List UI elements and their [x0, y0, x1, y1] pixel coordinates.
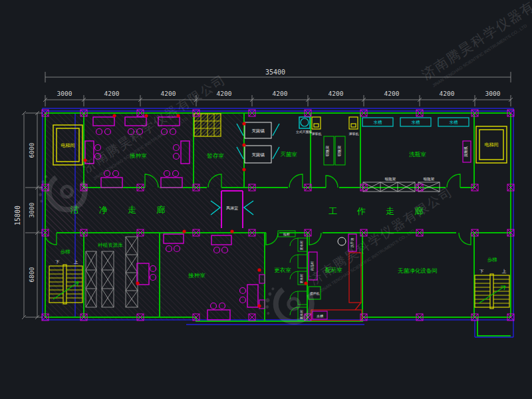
dim-seg: 4200 [384, 90, 400, 97]
room-label-changing: 更衣室 [274, 267, 291, 273]
room-label-stair-left: 步梯 [61, 249, 70, 255]
room-label-sterile-equipment: 无菌净化设备间 [398, 267, 438, 274]
label-stairs-up: 上 [74, 259, 78, 264]
label-pharmacy-sink: 水槽 [317, 314, 323, 318]
label-bottle-washer: 洗瓶机 [464, 146, 468, 157]
pallet-grid [194, 114, 221, 136]
room-label-elevator-left: 电梯间 [61, 143, 75, 148]
room-label-bottle-washing: 洗瓶室 [408, 151, 426, 158]
label-sink: 水槽 [374, 120, 383, 125]
dim-total-width: 35400 [265, 68, 285, 76]
cad-floorplan-canvas: 35400 3000 4200 4200 4200 4200 4200 4200… [0, 0, 532, 399]
label-stairs-down: 下 [479, 269, 484, 273]
dim-seg: 3000 [57, 90, 72, 97]
room-label-temp-storage: 暂存室 [206, 152, 224, 159]
watermark-company-cn: 济南腾昊科学仪器有限公司 [419, 0, 532, 82]
room-label-sterilization: 灭菌室 [280, 151, 297, 158]
dim-seg: 3000 [485, 90, 501, 97]
room-label-stair-right: 步梯 [487, 257, 497, 263]
label-locker: 更衣柜 [300, 274, 303, 284]
stair-right-graphic [475, 274, 509, 309]
label-shoe-cabinet: 鞋柜 [283, 232, 290, 237]
label-bottle-rack: 晾瓶架 [337, 145, 342, 156]
label-locker: 更衣柜 [300, 241, 303, 251]
label-filling-machine: 灌装机 [348, 132, 359, 136]
dim-seg: 4200 [104, 90, 120, 97]
dim-seg: 6800 [28, 267, 35, 282]
wash-basin-icon [338, 237, 346, 245]
dim-seg: 6000 [28, 142, 35, 158]
label-sink: 水槽 [450, 120, 459, 125]
label-bottle-rack: 晾瓶架 [325, 145, 330, 156]
floor-hatching [46, 114, 264, 321]
room-label-clean-corridor: 洁净走廊 [70, 205, 185, 215]
label-medicine-cabinet: 药品柜 [311, 261, 315, 271]
dim-total-height: 15800 [14, 205, 21, 225]
dim-seg: 4200 [161, 90, 176, 97]
label-sink: 水槽 [412, 120, 421, 125]
label-sterilizer-pot: 灭菌锅 [251, 128, 265, 134]
dim-seg: 4200 [440, 90, 455, 97]
room-label-inoculation-bottom: 接种室 [188, 272, 205, 279]
label-stairs-up: 上 [502, 269, 507, 273]
floorplan-drawing: 35400 3000 4200 4200 4200 4200 4200 4200… [0, 0, 532, 399]
dim-seg: 4200 [273, 90, 288, 97]
dim-seg: 3000 [28, 202, 35, 217]
label-bottle-rack: 晾瓶架 [424, 177, 435, 182]
label-bottle-rack: 晾瓶架 [385, 177, 396, 182]
label-stairs-down: 下 [55, 259, 60, 264]
dim-seg: 4200 [217, 90, 232, 97]
vertical-sterilizer-icon [299, 117, 310, 128]
label-filling-machine: 灌装机 [311, 132, 322, 136]
dim-seg: 4200 [329, 90, 344, 97]
filling-machines [312, 117, 358, 129]
label-vertical-sterilizer: 立式灭菌锅 [296, 130, 312, 134]
room-label-elevator-right: 电梯间 [485, 142, 499, 148]
label-sterilizer-pot: 灭菌锅 [251, 152, 265, 158]
watermark-top-right: 济南腾昊科学仪器有限公司 JINAN TENGHAO SCIENTIFIC IN… [419, 0, 532, 89]
room-label-plant-resource: 种植资源库 [97, 242, 123, 248]
room-label-air-shower: 风淋室 [226, 205, 238, 210]
